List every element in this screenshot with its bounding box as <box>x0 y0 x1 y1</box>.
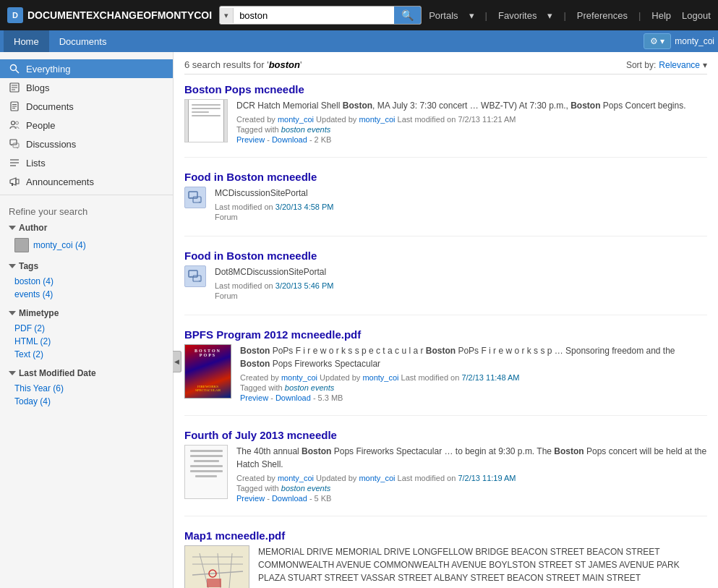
tags-section: Tags boston (4) events (4) <box>9 261 164 301</box>
result-4-created[interactable]: monty_coi <box>281 373 317 382</box>
tags-header[interactable]: Tags <box>9 261 164 271</box>
result-title-2[interactable]: Food in Boston mcneedle <box>184 171 707 183</box>
sidebar-item-people[interactable]: People <box>0 116 173 135</box>
nav-documents[interactable]: Documents <box>49 30 117 52</box>
mimetype-text[interactable]: Text (2) <box>9 348 164 361</box>
result-5-preview[interactable]: Preview <box>236 494 265 503</box>
tag-events-4[interactable]: events <box>311 383 334 392</box>
result-2-snippet: MCDiscussionSitePortal <box>215 187 707 200</box>
mimetype-pdf-link[interactable]: PDF (2) <box>14 323 45 333</box>
count-text: 6 search results for <box>184 59 267 70</box>
result-1-created-link[interactable]: monty_coi <box>278 115 314 124</box>
result-3-snippet: Dot8MCDiscussionSitePortal <box>215 265 707 278</box>
result-6-snippet: MEMORIAL DRIVE MEMORIAL DRIVE LONGFELLOW… <box>258 545 707 584</box>
blog-icon <box>9 82 20 93</box>
sidebar-item-everything[interactable]: Everything <box>0 59 173 78</box>
result-5-download[interactable]: Download <box>272 494 307 503</box>
sidebar-item-label-lists: Lists <box>26 158 46 169</box>
result-1-text: DCR Hatch Memorial Shell Boston, MA July… <box>236 99 707 144</box>
mimetype-pdf[interactable]: PDF (2) <box>9 322 164 335</box>
result-6-map-thumb <box>184 545 249 588</box>
mimetype-html[interactable]: HTML (2) <box>9 335 164 348</box>
tag-events-1[interactable]: events <box>307 125 330 134</box>
result-4-tags: Tagged with boston events <box>240 383 707 392</box>
search-dropdown-button[interactable]: ▾ <box>220 8 234 23</box>
search-icon <box>9 63 20 74</box>
result-1-download[interactable]: Download <box>272 135 307 144</box>
tag-boston-5[interactable]: boston <box>281 484 305 493</box>
author-label: Author <box>19 223 47 233</box>
search-submit-button[interactable]: 🔍 <box>394 7 421 24</box>
result-title-1[interactable]: Boston Pops mcneedle <box>184 83 707 95</box>
result-item-1: Boston Pops mcneedle DCR Hat <box>184 83 707 158</box>
date-today[interactable]: Today (4) <box>9 395 164 408</box>
result-title-6[interactable]: Map1 mcneedle.pdf <box>184 529 707 542</box>
sidebar-item-announcements[interactable]: Announcements <box>0 172 173 191</box>
sort-arrow: ▾ <box>703 60 707 70</box>
tag-boston-4[interactable]: boston <box>285 383 309 392</box>
result-4-download[interactable]: Download <box>275 393 311 402</box>
favorites-link[interactable]: Favorites <box>498 10 537 21</box>
author-link[interactable]: monty_coi (4) <box>33 240 86 250</box>
svg-rect-33 <box>207 579 221 587</box>
mimetype-html-link[interactable]: HTML (2) <box>14 336 51 346</box>
date-section: Last Modified Date This Year (6) Today (… <box>9 368 164 408</box>
sidebar-item-lists[interactable]: Lists <box>0 153 173 172</box>
tags-label: Tags <box>19 261 38 271</box>
nav-gear-button[interactable]: ⚙ ▾ <box>644 33 671 49</box>
announcements-icon <box>9 176 20 187</box>
lists-icon <box>9 157 20 169</box>
date-today-link[interactable]: Today (4) <box>14 396 51 406</box>
doc-line <box>192 108 221 109</box>
mimetype-section: Mimetype PDF (2) HTML (2) Text (2) <box>9 308 164 361</box>
result-4-updated[interactable]: monty_coi <box>362 373 398 382</box>
tag-boston[interactable]: boston (4) <box>9 275 164 288</box>
tag-events[interactable]: events (4) <box>9 288 164 301</box>
tag-boston-link[interactable]: boston (4) <box>14 276 54 286</box>
date-this-year-link[interactable]: This Year (6) <box>14 383 64 393</box>
result-title-4[interactable]: BPFS Program 2012 mcneedle.pdf <box>184 328 707 341</box>
sidebar: Everything Blogs Documents People Discus <box>0 52 174 588</box>
result-1-updated-link[interactable]: monty_coi <box>359 115 395 124</box>
people-icon <box>9 119 20 131</box>
nav-home[interactable]: Home <box>4 30 49 52</box>
date-header[interactable]: Last Modified Date <box>9 368 164 378</box>
author-section: Author monty_coi (4) <box>9 223 164 254</box>
logout-link[interactable]: Logout <box>682 10 711 21</box>
result-title-3[interactable]: Food in Boston mcneedle <box>184 250 707 262</box>
sidebar-item-documents[interactable]: Documents <box>0 97 173 116</box>
search-input[interactable] <box>234 7 394 24</box>
date-this-year[interactable]: This Year (6) <box>9 382 164 395</box>
result-title-5[interactable]: Fourth of July 2013 mcneedle <box>184 429 707 441</box>
mimetype-text-link[interactable]: Text (2) <box>14 349 43 359</box>
tag-events-link[interactable]: events (4) <box>14 289 53 299</box>
result-2-forum: Forum <box>215 213 707 221</box>
result-5-updated[interactable]: monty_coi <box>359 474 395 482</box>
portals-link[interactable]: Portals <box>429 10 458 21</box>
result-1-preview[interactable]: Preview <box>236 135 265 144</box>
author-collapse-icon <box>9 226 16 230</box>
sidebar-item-discussions[interactable]: Discussions <box>0 135 173 153</box>
sort-value[interactable]: Relevance <box>659 60 700 70</box>
tag-boston-1[interactable]: boston <box>281 125 305 134</box>
sidebar-item-label-documents: Documents <box>26 101 74 112</box>
sidebar-item-blogs[interactable]: Blogs <box>0 78 173 97</box>
mimetype-header[interactable]: Mimetype <box>9 308 164 318</box>
result-2-text: MCDiscussionSitePortal Last modified on … <box>215 187 707 223</box>
tag-events-5[interactable]: events <box>307 484 330 493</box>
help-link[interactable]: Help <box>651 10 671 21</box>
preferences-link[interactable]: Preferences <box>577 10 628 21</box>
author-item[interactable]: monty_coi (4) <box>9 237 164 254</box>
sort-label: Sort by: <box>626 60 656 70</box>
date-collapse-icon <box>9 371 16 375</box>
sidebar-collapse-handle[interactable]: ◀ <box>173 351 181 372</box>
result-1-actions: Preview - Download - 2 KB <box>236 135 707 144</box>
svg-line-3 <box>16 70 20 74</box>
result-4-preview[interactable]: Preview <box>240 393 268 402</box>
result-item-6: Map1 mcneedle.pdf <box>184 529 707 588</box>
author-header[interactable]: Author <box>9 223 164 233</box>
result-5-created[interactable]: monty_coi <box>278 474 314 482</box>
result-5-tags: Tagged with boston events <box>236 484 707 493</box>
result-2-meta: Last modified on 3/20/13 4:58 PM <box>215 203 707 211</box>
result-5-text: The 40th annual Boston Pops Fireworks Sp… <box>236 445 707 503</box>
